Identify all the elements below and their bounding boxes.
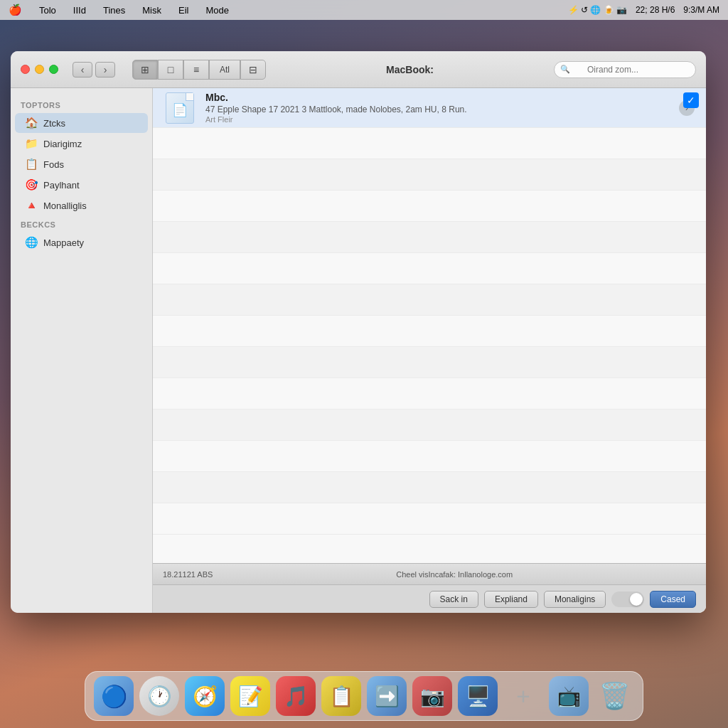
empty-row — [153, 284, 706, 316]
file-icon: 📄 — [164, 92, 196, 124]
dock-migrate[interactable]: ➡️ — [367, 676, 407, 716]
screen-icon: 📺 — [557, 685, 582, 708]
sack-in-button[interactable]: Sack in — [429, 591, 478, 608]
checkbox[interactable]: ✓ — [683, 92, 699, 108]
dock-trash[interactable]: 🗑️ — [594, 676, 634, 716]
empty-row — [153, 159, 706, 191]
trash-icon: 🗑️ — [599, 681, 631, 711]
file-info: Mbc. 47 Epple Shape 17 2021 3 Mattlook, … — [205, 92, 679, 124]
display-icon: 🖥️ — [466, 685, 491, 708]
dock-safari[interactable]: 🧭 — [185, 676, 225, 716]
empty-rows — [153, 128, 706, 535]
monaligins-button[interactable]: Monaligins — [544, 591, 606, 608]
doc-icon: 📄 — [172, 102, 188, 118]
forward-button[interactable]: › — [95, 62, 115, 77]
ztcks-icon: 🏠 — [25, 117, 38, 129]
dock-add[interactable]: + — [503, 676, 543, 716]
sidebar-label-fods: Fods — [43, 159, 64, 170]
empty-row — [153, 441, 706, 472]
empty-row — [153, 472, 706, 503]
empty-row — [153, 191, 706, 222]
sidebar-item-mappaety[interactable]: 🌐 Mappaety — [15, 232, 148, 252]
dock-finder[interactable]: 🔵 — [94, 676, 134, 716]
view-gallery[interactable]: ⊟ — [240, 60, 266, 80]
file-document-icon: 📄 — [166, 92, 194, 124]
status-center: Cheel visIncafak: Inllanologe.com — [213, 570, 696, 579]
search-box[interactable]: 🔍 — [554, 61, 696, 78]
sidebar-label-paylhant: Paylhant — [43, 180, 80, 191]
view-column[interactable]: ≡ — [183, 60, 209, 80]
sidebar-label-diarigimz: Diarigimz — [43, 139, 82, 149]
paylhant-icon: 🎯 — [25, 178, 38, 191]
empty-row — [153, 378, 706, 410]
main-content: ✓ 📄 Mbc. 47 Epple Shape 17 2021 3 Mattlo… — [153, 88, 706, 613]
sidebar-label-ztcks: Ztcks — [43, 118, 65, 129]
dock-stickies[interactable]: 📋 — [321, 676, 361, 716]
dock-music[interactable]: 🎵 — [276, 676, 316, 716]
view-atl[interactable]: Atl — [209, 60, 240, 80]
window-body: Toptors 🏠 Ztcks 📁 Diarigimz 📋 Fods 🎯 Pay… — [11, 88, 706, 613]
mappaety-icon: 🌐 — [25, 236, 38, 249]
add-icon: + — [516, 682, 530, 710]
notes-icon: 📝 — [238, 685, 263, 708]
apple-menu[interactable]: 🍎 — [9, 4, 22, 16]
window-title: MacBook: — [274, 64, 545, 75]
music-icon: 🎵 — [284, 685, 309, 708]
maximize-button[interactable] — [49, 65, 58, 74]
menu-iiid[interactable]: IIId — [70, 4, 89, 17]
empty-row — [153, 503, 706, 535]
menu-misk[interactable]: Misk — [139, 4, 164, 17]
dock-notes[interactable]: 📝 — [230, 676, 270, 716]
view-icon[interactable]: ⊞ — [132, 60, 158, 80]
dock: 🔵 🕐 🧭 📝 🎵 📋 ➡️ 📷 🖥️ + 📺 🗑️ — [85, 671, 643, 721]
sidebar-item-ztcks[interactable]: 🏠 Ztcks — [15, 113, 148, 133]
traffic-lights — [21, 65, 58, 74]
file-row[interactable]: 📄 Mbc. 47 Epple Shape 17 2021 3 Mattlook… — [153, 88, 706, 128]
file-name: Mbc. — [205, 92, 679, 103]
camera-icon: 📷 — [420, 685, 445, 708]
sidebar-item-monalliglis[interactable]: 🔺 Monalliglis — [15, 196, 148, 215]
file-list: 📄 Mbc. 47 Epple Shape 17 2021 3 Mattlook… — [153, 88, 706, 563]
finder-icon: 🔵 — [101, 684, 127, 709]
status-left: 18.21121 ABS — [163, 570, 213, 579]
sidebar-label-mappaety: Mappaety — [43, 237, 84, 248]
menu-bar-icons: ⚡ ↺ 🌐 🍺 📷 — [568, 5, 627, 15]
dock-display[interactable]: 🖥️ — [458, 676, 498, 716]
file-description: 47 Epple Shape 17 2021 3 Mattlook, made … — [205, 105, 679, 114]
menu-eil[interactable]: Eil — [176, 4, 191, 17]
stickies-icon: 📋 — [329, 685, 354, 708]
migrate-icon: ➡️ — [375, 685, 400, 708]
empty-row — [153, 347, 706, 378]
sidebar-item-fods[interactable]: 📋 Fods — [15, 154, 148, 174]
view-list[interactable]: □ — [158, 60, 183, 80]
empty-row — [153, 253, 706, 284]
cased-button[interactable]: Cased — [650, 591, 696, 608]
sidebar-label-monalliglis: Monalliglis — [43, 200, 87, 211]
fods-icon: 📋 — [25, 158, 38, 171]
minimize-button[interactable] — [35, 65, 44, 74]
clock-icon: 🕐 — [147, 685, 172, 708]
nav-buttons: ‹ › — [73, 62, 115, 77]
back-button[interactable]: ‹ — [73, 62, 92, 77]
view-buttons: ⊞ □ ≡ Atl ⊟ — [132, 60, 266, 80]
sidebar: Toptors 🏠 Ztcks 📁 Diarigimz 📋 Fods 🎯 Pay… — [11, 88, 153, 613]
menu-bar-clock: 9:3/M AM — [683, 5, 719, 15]
toggle-knob — [630, 593, 643, 606]
sidebar-item-diarigimz[interactable]: 📁 Diarigimz — [15, 134, 148, 154]
empty-row — [153, 410, 706, 441]
dock-clock[interactable]: 🕐 — [139, 676, 179, 716]
close-button[interactable] — [21, 65, 30, 74]
toggle-switch[interactable] — [611, 592, 644, 607]
menu-bar: 🍎 Tolo IIId Tines Misk Eil Mode ⚡ ↺ 🌐 🍺 … — [0, 0, 728, 20]
sidebar-section-favorites: Toptors — [11, 97, 152, 112]
dock-screen[interactable]: 📺 — [549, 676, 589, 716]
menu-mode[interactable]: Mode — [203, 4, 232, 17]
search-input[interactable] — [574, 65, 688, 75]
sidebar-item-paylhant[interactable]: 🎯 Paylhant — [15, 175, 148, 195]
menu-tolo[interactable]: Tolo — [36, 4, 59, 17]
menu-tines[interactable]: Tines — [100, 4, 128, 17]
safari-icon: 🧭 — [193, 685, 218, 708]
empty-row — [153, 222, 706, 253]
dock-camera[interactable]: 📷 — [412, 676, 452, 716]
expliand-button[interactable]: Expliand — [484, 591, 538, 608]
